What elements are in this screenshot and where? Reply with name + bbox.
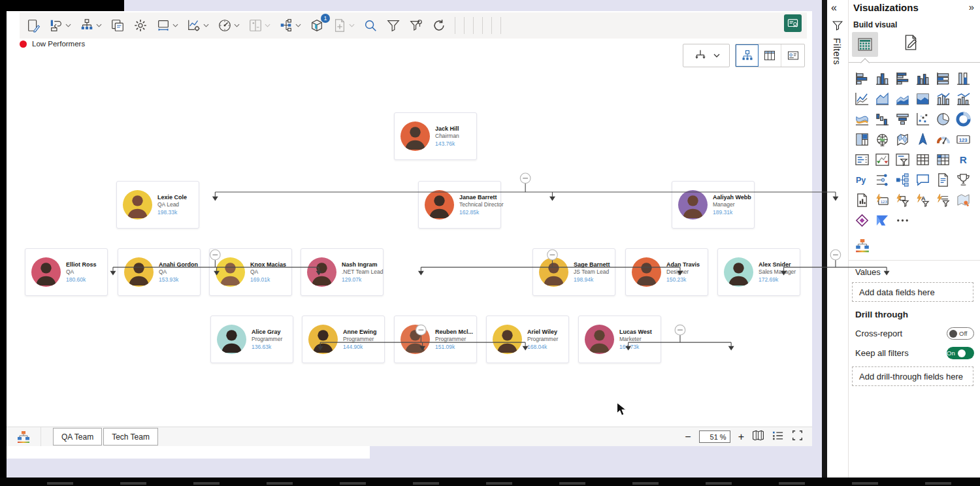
visual-map-icon[interactable] xyxy=(872,129,892,150)
visual-pie-chart-icon[interactable] xyxy=(933,109,953,129)
visual-matrix-icon[interactable] xyxy=(933,150,953,170)
visual-paginated-report-icon[interactable] xyxy=(852,190,872,210)
search-icon[interactable] xyxy=(363,18,378,33)
visual-key-influencers-icon[interactable] xyxy=(872,170,892,190)
drill-through-field-well[interactable]: Add drill-through fields here xyxy=(852,366,973,386)
org-node[interactable]: Lucas WestMarketer164.73k xyxy=(578,316,661,363)
card-view-button[interactable] xyxy=(781,44,804,67)
visual-funnel-chart-icon[interactable] xyxy=(892,109,913,129)
build-visual-tab[interactable] xyxy=(852,32,878,57)
visual-card-icon[interactable]: 123 xyxy=(953,129,973,150)
duplicate-icon[interactable] xyxy=(110,18,125,33)
fit-width-icon[interactable] xyxy=(156,18,178,33)
selected-visual-indicator[interactable] xyxy=(855,238,870,257)
page-tab-qa-team[interactable]: QA Team xyxy=(53,428,102,446)
expand-collapse-icon[interactable] xyxy=(248,18,270,33)
visual-donut-chart-icon[interactable] xyxy=(953,109,973,129)
org-node[interactable]: Ariel WileyProgrammer168.04k xyxy=(486,316,569,363)
filter-icon[interactable] xyxy=(386,18,400,33)
org-chart-view-button[interactable] xyxy=(736,44,759,67)
cross-report-toggle[interactable]: Off xyxy=(947,327,974,340)
fit-to-screen-icon[interactable] xyxy=(792,430,803,444)
visual-r-script-visual-icon[interactable]: R xyxy=(953,150,973,170)
org-node[interactable]: Nash Ingram.NET Team Lead129.07k xyxy=(301,248,384,296)
visual-azure-map-icon[interactable] xyxy=(913,129,933,150)
org-node[interactable]: Alice GrayProgrammer136.63k xyxy=(210,316,293,363)
table-view-button[interactable] xyxy=(759,44,781,67)
org-node[interactable]: Knox MaciasQA169.01k xyxy=(209,248,292,296)
legend-toggle-icon[interactable] xyxy=(772,430,784,444)
report-canvas[interactable]: 1 ⌄ Low Performers Jack HillChairman143.… xyxy=(7,11,812,446)
visual-stacked-area-chart-icon[interactable] xyxy=(892,89,913,109)
visual-gauge-icon[interactable] xyxy=(933,129,953,150)
org-node[interactable]: Elliot RossQA180.60k xyxy=(25,248,108,296)
visual-table-icon[interactable] xyxy=(913,150,933,170)
cube-icon[interactable]: 1 xyxy=(310,18,324,33)
visual-ribbon-chart-icon[interactable] xyxy=(852,109,872,129)
visual-quick-card-icon[interactable]: 123 xyxy=(872,190,892,210)
certified-visual-icon[interactable] xyxy=(784,14,802,32)
zoom-level-input[interactable]: 51 % xyxy=(699,430,730,443)
visual-decomposition-tree-icon[interactable] xyxy=(892,170,913,190)
visual-clustered-column-chart-icon[interactable] xyxy=(913,69,933,89)
visual-hundred-stacked-column-chart-icon[interactable] xyxy=(953,69,973,89)
edit-report-icon[interactable] xyxy=(26,18,41,33)
page-tab-tech-team[interactable]: Tech Team xyxy=(103,428,158,446)
visual-metrics-icon[interactable] xyxy=(953,170,973,190)
org-node[interactable]: Lexie ColeQA Lead198.33k xyxy=(116,181,199,229)
add-page-icon[interactable] xyxy=(333,18,355,33)
keep-all-filters-toggle[interactable]: On xyxy=(947,347,974,359)
visual-hundred-stacked-area-chart-icon[interactable] xyxy=(913,89,933,109)
settings-gear-icon[interactable] xyxy=(133,18,148,33)
filter-pin-icon[interactable] xyxy=(409,18,423,33)
org-node[interactable]: Anne EwingProgrammer144.90k xyxy=(302,316,385,363)
visual-line-stacked-column-chart-icon[interactable] xyxy=(933,89,953,109)
zoom-out-icon[interactable]: − xyxy=(685,432,691,442)
chart-options-icon[interactable] xyxy=(187,18,209,33)
org-node[interactable]: Alex SniderSales Manager172.69k xyxy=(717,248,800,296)
visual-more-visuals-icon[interactable] xyxy=(892,210,913,231)
zoom-in-icon[interactable]: + xyxy=(738,432,744,442)
visual-qa-visual-icon[interactable] xyxy=(913,170,933,190)
visual-power-apps-icon[interactable] xyxy=(852,210,872,231)
visual-slicer-icon[interactable] xyxy=(892,150,913,170)
visual-kpi-icon[interactable] xyxy=(872,150,892,170)
org-node[interactable]: Adan TravisDesigner150.23k xyxy=(625,248,708,296)
map-overview-icon[interactable] xyxy=(752,430,764,444)
visual-line-chart-icon[interactable] xyxy=(852,89,872,109)
org-node[interactable]: Aaliyah WebbManager189.31k xyxy=(672,181,755,229)
org-node[interactable]: Jack HillChairman143.76k xyxy=(394,112,477,160)
visual-area-chart-icon[interactable] xyxy=(872,89,892,109)
visual-power-automate-icon[interactable] xyxy=(872,210,892,231)
visual-quick-text-slicer-icon[interactable]: A xyxy=(913,190,933,210)
gauge-icon[interactable] xyxy=(218,18,240,33)
org-node[interactable]: Janae BarrettTechnical Director162.85k xyxy=(418,181,501,229)
visual-quick-slicer-icon[interactable] xyxy=(892,190,913,210)
visual-stacked-bar-chart-icon[interactable] xyxy=(852,69,872,89)
filters-pane-collapsed[interactable]: « Filters xyxy=(827,0,848,478)
org-node[interactable]: Reuben Mcl...Programmer151.09k xyxy=(394,316,477,363)
visual-scatter-chart-icon[interactable] xyxy=(913,109,933,129)
layout-direction-dropdown[interactable] xyxy=(683,44,730,67)
chevron-double-right-icon[interactable]: » xyxy=(969,1,974,12)
hierarchy-layout-icon[interactable] xyxy=(80,18,102,33)
visual-multi-row-card-icon[interactable] xyxy=(852,150,872,170)
visual-filled-map-icon[interactable] xyxy=(892,129,913,150)
visual-stacked-column-chart-icon[interactable] xyxy=(872,69,892,89)
org-chart-visual-icon[interactable] xyxy=(7,427,41,446)
format-visual-tab[interactable] xyxy=(902,34,919,54)
undo-layout-icon[interactable] xyxy=(49,18,71,33)
refresh-icon[interactable] xyxy=(432,18,446,33)
visual-clustered-bar-chart-icon[interactable] xyxy=(892,69,913,89)
visual-python-visual-icon[interactable]: Py xyxy=(852,170,872,190)
tree-layout-icon[interactable] xyxy=(279,18,301,33)
visual-hundred-stacked-bar-chart-icon[interactable] xyxy=(933,69,953,89)
visual-treemap-icon[interactable] xyxy=(852,129,872,150)
visual-arcgis-map-icon[interactable] xyxy=(953,190,973,210)
visual-quick-list-slicer-icon[interactable] xyxy=(933,190,953,210)
values-field-well[interactable]: Add data fields here xyxy=(852,282,973,302)
visual-smart-narrative-icon[interactable] xyxy=(933,170,953,190)
chevron-double-left-icon[interactable]: « xyxy=(831,2,837,14)
org-node[interactable]: Anahi GordonQA153.93k xyxy=(118,248,201,296)
visual-waterfall-chart-icon[interactable] xyxy=(872,109,892,129)
